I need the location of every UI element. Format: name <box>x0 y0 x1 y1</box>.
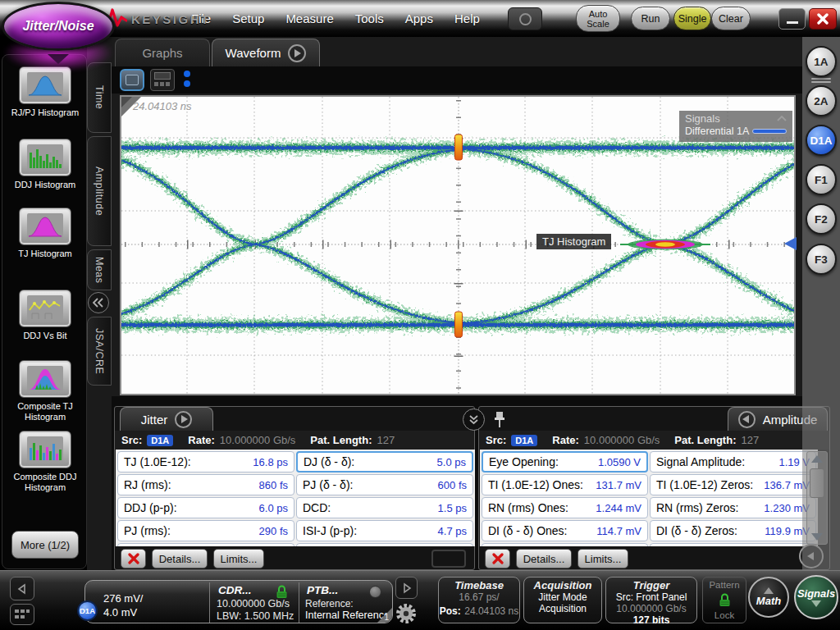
channel-button-d1a[interactable]: D1A <box>806 125 837 156</box>
measurement-cell[interactable]: DI (δ - δ) Zeros:119.9 mV <box>650 520 816 541</box>
math-up-icon[interactable] <box>764 587 774 594</box>
pattern-lock-icon <box>719 593 731 607</box>
camera-icon[interactable] <box>508 7 542 30</box>
back-icon[interactable] <box>738 411 756 428</box>
run-button[interactable]: Run <box>631 7 670 30</box>
details-button[interactable]: Details... <box>516 549 572 568</box>
menu-apps[interactable]: Apps <box>405 11 433 25</box>
signals-down-icon[interactable] <box>811 600 821 607</box>
composite-ddj-histogram-icon <box>19 431 71 468</box>
measurement-cell[interactable]: RJ (rms):860 fs <box>117 474 294 495</box>
channel-button-2a[interactable]: 2A <box>806 85 837 116</box>
measurement-cell[interactable]: DJ (δ - δ):5.0 ps <box>296 451 473 472</box>
channel-offset: 4.0 mV <box>103 605 143 619</box>
tj-histogram-icon <box>19 208 71 245</box>
tab-jsacre[interactable]: JSA/CRE <box>87 317 112 386</box>
waveform-plot[interactable]: 24.04103 ns Signals Differential 1A TJ H… <box>120 95 796 395</box>
close-icon[interactable] <box>809 8 837 30</box>
measurement-cell[interactable]: TI (1.0E-12) Zeros:136.7 mV <box>650 474 816 495</box>
ptb-index: 1 <box>384 613 389 622</box>
channel-status-panel[interactable]: D1A 276 mV/ 4.0 mV CDR... 10.000000 Gb/s… <box>84 580 393 623</box>
tab-waveform[interactable]: Waveform <box>212 39 320 66</box>
sidebar-item-composite-ddj-histogram[interactable]: Composite DDJ Histogram <box>2 431 88 493</box>
math-button[interactable]: Math <box>748 577 789 618</box>
marker-arrow-icon[interactable] <box>784 237 797 250</box>
sidebar-item-composite-tj-histogram[interactable]: Composite TJ Histogram <box>2 360 88 422</box>
timebase-panel[interactable]: Timebase 16.67 ps/ Pos: 24.04103 ns <box>438 577 520 623</box>
measurement-cell[interactable]: PJ (δ - δ):600 fs <box>296 474 473 495</box>
clear-x-icon[interactable] <box>485 549 510 568</box>
app-logo[interactable]: Jitter/Noise <box>2 2 115 51</box>
chevron-up-icon[interactable] <box>777 116 787 121</box>
gear-icon[interactable] <box>392 600 419 627</box>
tab-amplitude-side[interactable]: Amplitude <box>87 136 112 246</box>
next-arrow-icon[interactable] <box>395 577 418 599</box>
tab-jitter[interactable]: Jitter <box>120 407 213 431</box>
channel-badge[interactable]: D1A <box>77 600 98 621</box>
measurement-cell[interactable]: PJ (rms):290 fs <box>117 520 294 541</box>
ddj-vs-bit-icon <box>19 290 71 327</box>
measurement-cell[interactable]: TJ (1.0E-12):16.8 ps <box>117 451 294 472</box>
jitter-actions: Details... Limits... <box>115 546 474 571</box>
measurement-cell[interactable]: Signal Amplitude:1.19 V <box>650 451 816 472</box>
menu-tools[interactable]: Tools <box>355 11 384 25</box>
measurement-cell[interactable]: DCD:1.5 ps <box>296 497 473 518</box>
waveform-toolbar <box>112 66 802 94</box>
jitter-measurements: TJ (1.0E-12):16.8 ps DJ (δ - δ):5.0 ps R… <box>116 450 475 546</box>
channel-strip: 1A 2A D1A F1 F2 F3 <box>802 37 840 570</box>
auto-scale-button[interactable]: Auto Scale <box>576 5 620 32</box>
measurement-cell[interactable]: RN (rms) Zeros:1.230 mV <box>650 497 816 518</box>
menu-setup[interactable]: Setup <box>232 11 264 25</box>
channel-button-f3[interactable]: F3 <box>806 244 837 275</box>
signals-button[interactable]: Signals <box>794 575 838 619</box>
channel-button-f2[interactable]: F2 <box>806 203 837 235</box>
tab-graphs[interactable]: Graphs <box>115 39 210 66</box>
measurement-cell[interactable]: TI (1.0E-12) Ones:131.7 mV <box>482 474 648 495</box>
measurement-cell[interactable]: DI (δ - δ) Ones:114.7 mV <box>482 520 648 541</box>
menu-help[interactable]: Help <box>454 11 480 25</box>
measurement-cell[interactable]: ISI-J (p-p):4.7 ps <box>296 520 473 541</box>
limits-button[interactable]: Limits... <box>578 549 628 568</box>
clear-button[interactable]: Clear <box>711 7 751 30</box>
drag-dots-icon[interactable] <box>184 71 190 87</box>
more-graphs-button[interactable]: More (1/2) <box>11 531 79 559</box>
pin-icon[interactable] <box>494 410 505 431</box>
sidebar-item-tj-histogram[interactable]: TJ Histogram <box>2 208 88 259</box>
channel-button-1a[interactable]: 1A <box>806 46 837 77</box>
layout-split-icon[interactable] <box>150 69 175 91</box>
chevrons-down-icon[interactable] <box>463 409 485 431</box>
play-icon[interactable] <box>175 411 192 428</box>
sidebar-item-ddj-vs-bit[interactable]: DDJ Vs Bit <box>2 290 88 341</box>
tj-histogram-label[interactable]: TJ Histogram <box>536 234 611 249</box>
tiles-icon[interactable] <box>10 604 34 625</box>
trigger-panel[interactable]: Trigger Src: Front Panel 10.000000 Gb/s … <box>605 577 697 623</box>
tab-time[interactable]: Time <box>87 62 112 133</box>
source-badge: D1A <box>511 435 537 446</box>
grip-handle[interactable] <box>811 78 831 80</box>
prev-arrow-icon[interactable] <box>10 577 34 600</box>
grip-handle[interactable] <box>811 81 831 83</box>
signals-legend[interactable]: Signals Differential 1A <box>679 111 792 142</box>
measurement-cell[interactable]: DDJ (p-p):6.0 ps <box>117 497 294 518</box>
limits-button[interactable]: Limits... <box>213 549 264 568</box>
ptb-title[interactable]: PTB... <box>307 584 338 596</box>
menu-measure[interactable]: Measure <box>285 11 333 25</box>
measurement-cell[interactable]: Eye Opening:1.0590 V <box>482 451 648 472</box>
jitter-source-row: Src: D1A Rate:10.000000 Gb/s Pat. Length… <box>115 431 474 450</box>
channel-button-f1[interactable]: F1 <box>806 164 837 195</box>
details-button[interactable]: Details... <box>152 549 208 568</box>
single-button[interactable]: Single <box>673 7 711 30</box>
measurement-cell[interactable]: RN (rms) Ones:1.244 mV <box>482 497 648 518</box>
clear-x-icon[interactable] <box>121 549 146 568</box>
timebase-pos-label: Pos: <box>440 605 461 617</box>
layout-single-icon[interactable] <box>120 69 144 91</box>
sidebar-item-rjpj-histogram[interactable]: RJ/PJ Histogram <box>2 66 88 118</box>
sidebar-item-ddj-histogram[interactable]: DDJ Histogram <box>2 139 88 190</box>
cdr-title[interactable]: CDR... <box>218 584 252 596</box>
collapse-chevrons-icon[interactable] <box>88 292 109 313</box>
minimize-icon[interactable] <box>778 8 806 30</box>
play-icon[interactable] <box>288 44 306 62</box>
acquisition-panel[interactable]: Acquisition Jitter Mode Acquisition <box>523 577 602 623</box>
tab-meas[interactable]: Meas <box>87 249 112 290</box>
pattern-lock-panel[interactable]: Pattern Lock <box>702 577 746 623</box>
